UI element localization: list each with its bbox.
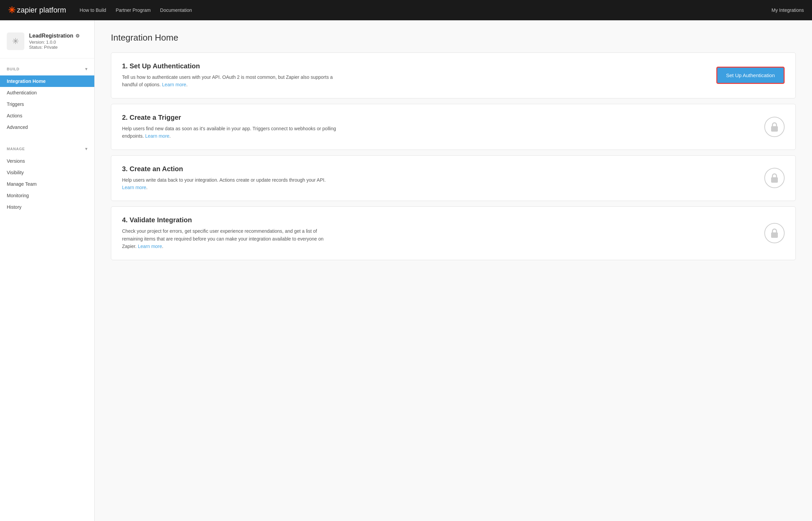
card-validate-content: 4. Validate Integration Check your proje… — [122, 216, 754, 250]
sidebar-item-monitoring[interactable]: Monitoring — [0, 190, 94, 201]
sidebar-item-manage-team[interactable]: Manage Team — [0, 178, 94, 190]
main-layout: ✳ LeadRegistration ⚙ Version: 1.0.0 Stat… — [0, 20, 812, 521]
manage-chevron-icon[interactable]: ▾ — [85, 146, 88, 151]
card-authentication-desc: Tell us how to authenticate users with y… — [122, 73, 338, 89]
card-trigger-action — [764, 117, 785, 137]
app-info: LeadRegistration ⚙ Version: 1.0.0 Status… — [29, 33, 80, 50]
card-trigger: 2. Create a Trigger Help users find new … — [111, 104, 796, 150]
card-authentication-content: 1. Set Up Authentication Tell us how to … — [122, 62, 706, 89]
sidebar: ✳ LeadRegistration ⚙ Version: 1.0.0 Stat… — [0, 20, 95, 521]
svg-rect-0 — [771, 126, 778, 132]
action-lock-icon — [764, 168, 785, 188]
card-action-desc: Help users write data back to your integ… — [122, 176, 338, 191]
card-trigger-desc: Help users find new data as soon as it's… — [122, 125, 338, 140]
sidebar-item-authentication[interactable]: Authentication — [0, 87, 94, 98]
card-authentication-title: 1. Set Up Authentication — [122, 62, 706, 70]
card-validate-desc: Check your project for errors, get speci… — [122, 227, 338, 250]
card-authentication: 1. Set Up Authentication Tell us how to … — [111, 52, 796, 98]
card-action-lock — [764, 168, 785, 188]
card-validate-title: 4. Validate Integration — [122, 216, 754, 224]
sidebar-item-advanced[interactable]: Advanced — [0, 121, 94, 133]
trigger-lock-icon — [764, 117, 785, 137]
build-section: BUILD ▾ — [0, 61, 94, 73]
trigger-learn-more-link[interactable]: Learn more — [145, 133, 170, 139]
svg-rect-2 — [771, 232, 778, 238]
app-status: Status: Private — [29, 45, 80, 50]
topnav-links: How to Build Partner Program Documentati… — [80, 7, 192, 13]
gear-icon[interactable]: ⚙ — [75, 33, 80, 39]
my-integrations-link[interactable]: My Integrations — [771, 7, 804, 13]
sidebar-item-versions[interactable]: Versions — [0, 155, 94, 167]
build-section-label: BUILD ▾ — [7, 67, 88, 71]
logo: ✳ zapier platform — [8, 5, 66, 16]
card-action: 3. Create an Action Help users write dat… — [111, 155, 796, 201]
card-action-content: 3. Create an Action Help users write dat… — [122, 165, 754, 191]
manage-section-label: MANAGE ▾ — [7, 146, 88, 151]
sidebar-item-visibility[interactable]: Visibility — [0, 167, 94, 178]
setup-authentication-button[interactable]: Set Up Authentication — [716, 67, 785, 84]
validate-lock-icon — [764, 223, 785, 243]
page-title: Integration Home — [111, 32, 796, 43]
sidebar-item-triggers[interactable]: Triggers — [0, 98, 94, 110]
documentation-link[interactable]: Documentation — [160, 7, 192, 13]
topnav-left: ✳ zapier platform How to Build Partner P… — [8, 5, 192, 16]
manage-nav: Versions Visibility Manage Team Monitori… — [0, 155, 94, 213]
card-trigger-title: 2. Create a Trigger — [122, 114, 754, 121]
main-content: Integration Home 1. Set Up Authenticatio… — [95, 20, 812, 521]
app-icon: ✳ — [7, 32, 24, 50]
action-learn-more-link[interactable]: Learn more — [122, 185, 146, 190]
sidebar-item-actions[interactable]: Actions — [0, 110, 94, 121]
top-navigation: ✳ zapier platform How to Build Partner P… — [0, 0, 812, 20]
svg-rect-1 — [771, 177, 778, 183]
build-nav: Integration Home Authentication Triggers… — [0, 75, 94, 133]
app-name: LeadRegistration ⚙ — [29, 33, 80, 39]
how-to-build-link[interactable]: How to Build — [80, 7, 106, 13]
manage-section: MANAGE ▾ Versions Visibility Manage Team… — [0, 141, 94, 213]
validate-learn-more-link[interactable]: Learn more — [138, 244, 162, 249]
sidebar-item-history[interactable]: History — [0, 201, 94, 213]
authentication-learn-more-link[interactable]: Learn more — [162, 82, 186, 87]
app-header: ✳ LeadRegistration ⚙ Version: 1.0.0 Stat… — [0, 27, 94, 59]
app-version: Version: 1.0.0 — [29, 40, 80, 45]
card-validate: 4. Validate Integration Check your proje… — [111, 206, 796, 260]
logo-text: zapier platform — [17, 6, 66, 15]
logo-asterisk: ✳ — [8, 5, 16, 16]
card-authentication-action: Set Up Authentication — [716, 67, 785, 84]
manage-section-header: MANAGE ▾ — [0, 141, 94, 153]
partner-program-link[interactable]: Partner Program — [116, 7, 150, 13]
card-action-title: 3. Create an Action — [122, 165, 754, 173]
card-trigger-content: 2. Create a Trigger Help users find new … — [122, 114, 754, 140]
sidebar-item-integration-home[interactable]: Integration Home — [0, 75, 94, 87]
card-validate-lock — [764, 223, 785, 243]
build-chevron-icon[interactable]: ▾ — [85, 67, 88, 71]
